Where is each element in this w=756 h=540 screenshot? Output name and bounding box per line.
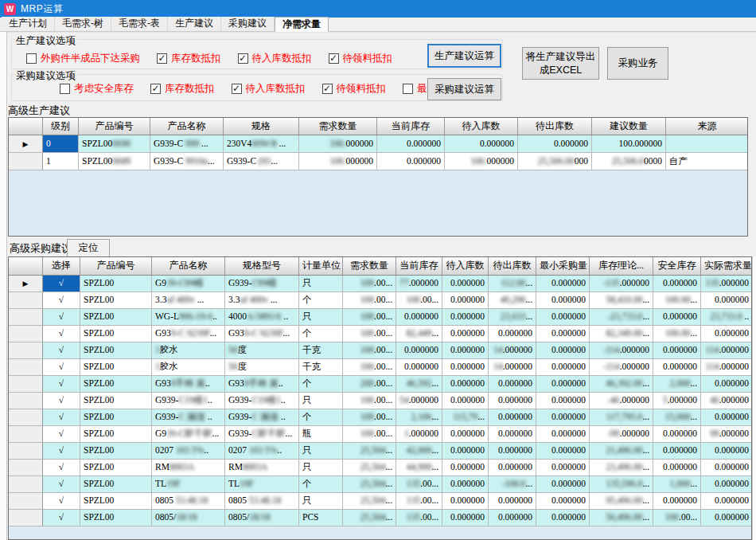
checkbox-unchecked-icon[interactable]	[26, 53, 37, 64]
cell[interactable]: 0.000000	[653, 460, 701, 476]
cell[interactable]: 0.000000	[442, 376, 489, 393]
cell[interactable]: 100.00...	[343, 409, 396, 426]
cell[interactable]: 14.000000	[489, 342, 536, 359]
cell[interactable]: 100.00...	[653, 292, 701, 309]
table-row[interactable]: √SPZL00TL19FTL19F个25,504...135.00...0.00…	[9, 476, 751, 493]
cell[interactable]: -114.000000	[590, 342, 653, 359]
cell[interactable]: G939-C99桶	[225, 276, 299, 292]
cell[interactable]: 100.00...	[653, 326, 701, 342]
cell[interactable]: SPZL00	[80, 276, 152, 292]
checkbox-待领料抵扣[interactable]: ✓待领料抵扣	[329, 52, 393, 65]
row-selector-header[interactable]	[9, 257, 43, 276]
cell[interactable]: 100.00...	[343, 309, 396, 326]
cell[interactable]: 100.00...	[343, 426, 396, 443]
cell[interactable]: 0.000000	[489, 510, 536, 526]
cell[interactable]: WG-L906-19-6..	[152, 309, 225, 326]
cell[interactable]: 2,106...	[396, 409, 442, 426]
cell[interactable]: 0.000000	[701, 376, 752, 393]
cell[interactable]: 0.000000	[489, 443, 536, 460]
cell[interactable]: 135.00...	[396, 493, 442, 510]
column-header[interactable]: 建议数量	[592, 118, 666, 135]
cell[interactable]: 3胶水	[152, 359, 225, 376]
cell[interactable]: 230V400W/8 ...	[224, 135, 299, 153]
cell[interactable]: SPZL000690	[79, 135, 150, 153]
cell[interactable]: 25,504...	[343, 443, 396, 460]
cell[interactable]: G939手柄 展..	[225, 376, 299, 393]
cell[interactable]: 5.000000	[653, 393, 701, 409]
cell[interactable]: 0.000000	[701, 510, 752, 526]
purchase-grid-tab-active[interactable]: 高级采购建议	[10, 241, 72, 256]
cell[interactable]: 112.00...	[489, 276, 536, 292]
cell[interactable]: 个	[299, 409, 343, 426]
cell[interactable]: 0.000000	[536, 359, 590, 376]
cell[interactable]: 0.000000	[489, 326, 536, 342]
cell[interactable]: √	[43, 326, 80, 342]
cell[interactable]: 3.3uf 400v ...	[152, 292, 225, 309]
cell[interactable]: 135.00...	[396, 476, 442, 493]
table-row[interactable]: ▶0SPZL000690G939-C 999 ...230V400W/8 ...…	[9, 135, 747, 153]
cell[interactable]: G939-C19楼1..	[152, 393, 225, 409]
column-header[interactable]: 库存理论...	[590, 257, 653, 276]
row-selector[interactable]	[9, 393, 43, 409]
cell[interactable]: G939-C 9910a...	[150, 153, 224, 170]
cell[interactable]: 82,449...	[396, 326, 442, 342]
checkbox-checked-icon[interactable]: ✓	[157, 53, 167, 64]
cell[interactable]: √	[43, 393, 80, 409]
row-selector[interactable]	[9, 309, 43, 326]
row-selector[interactable]	[9, 292, 43, 309]
cell[interactable]: SPZL000689	[79, 153, 150, 170]
row-selector[interactable]	[9, 342, 43, 359]
cell[interactable]: 0.000000	[442, 510, 489, 526]
cell[interactable]: 0.000000	[396, 359, 442, 376]
cell[interactable]: 0.000000	[445, 135, 518, 153]
cell[interactable]: SPZL00	[80, 359, 152, 376]
cell[interactable]: 54.000000	[396, 393, 442, 409]
cell[interactable]: 0207 103 5%..	[152, 443, 225, 460]
checkbox-待领料抵扣[interactable]: ✓待领料抵扣	[322, 82, 387, 96]
cell[interactable]: 95,496.00...	[590, 493, 653, 510]
run-purchase-suggestion-button[interactable]: 采购建议运算	[427, 78, 501, 100]
cell[interactable]: √	[43, 276, 80, 292]
cell[interactable]: 40,290...	[489, 292, 536, 309]
current-row-marker[interactable]: ▶	[9, 276, 43, 292]
column-header[interactable]: 规格	[224, 118, 299, 135]
cell[interactable]: 0805 53.48.18	[152, 493, 225, 510]
column-header[interactable]: 待出库数	[489, 257, 536, 276]
cell[interactable]: 0.000000	[489, 409, 536, 426]
tab-生产计划[interactable]: 生产计划	[2, 17, 55, 31]
cell[interactable]: -23,733.0...	[590, 309, 653, 326]
cell[interactable]: SPZL00	[80, 409, 152, 426]
cell[interactable]: RM8003A	[152, 460, 225, 476]
cell[interactable]: 0.000000	[701, 460, 752, 476]
cell[interactable]: 个	[299, 292, 343, 309]
cell[interactable]: 46,392.00...	[590, 376, 653, 393]
cell[interactable]: 个	[299, 476, 343, 493]
checkbox-checked-icon[interactable]: ✓	[322, 84, 333, 94]
cell[interactable]: 82,349.00...	[590, 326, 653, 342]
cell[interactable]: 0.000000	[536, 326, 590, 342]
cell[interactable]: 25,506.00000	[592, 153, 666, 170]
row-selector[interactable]	[9, 476, 43, 493]
cell[interactable]: SPZL00	[80, 460, 152, 476]
row-selector[interactable]	[9, 460, 43, 476]
cell[interactable]: SPZL00	[80, 292, 152, 309]
cell[interactable]: G939-C 9239F...	[152, 326, 225, 342]
cell[interactable]: 0.000000	[536, 476, 590, 493]
cell[interactable]: G939-C 9239F...	[225, 326, 299, 342]
cell[interactable]: 25,504...	[343, 460, 396, 476]
cell[interactable]: 个	[299, 326, 343, 342]
table-row[interactable]: 1SPZL000689G939-C 9910a...G939-C (93...1…	[9, 153, 747, 170]
cell[interactable]: 100.000000	[445, 153, 518, 170]
cell[interactable]: SPZL00	[80, 426, 152, 443]
cell[interactable]: 15,000...	[653, 409, 701, 426]
cell[interactable]: SPZL00	[80, 342, 152, 359]
column-header[interactable]: 规格型号	[225, 257, 299, 276]
cell[interactable]: 0805 53.48.18	[225, 493, 299, 510]
column-header[interactable]: 计量单位	[299, 257, 343, 276]
row-selector[interactable]	[9, 326, 43, 342]
table-row[interactable]: √SPZL00G939-C 漏连 ..G939-C 漏连 ..个100.00..…	[9, 409, 751, 426]
checkbox-unchecked-icon[interactable]	[60, 84, 70, 94]
checkbox-checked-icon[interactable]: ✓	[150, 84, 161, 94]
row-selector[interactable]	[9, 359, 43, 376]
tab-净需求量[interactable]: 净需求量	[275, 17, 329, 32]
